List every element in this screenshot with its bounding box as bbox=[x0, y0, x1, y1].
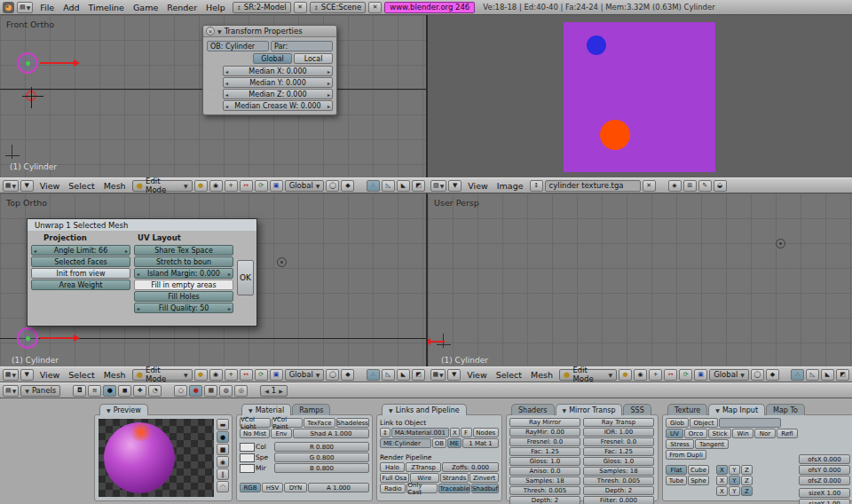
material-subcontext-button[interactable]: ● bbox=[189, 385, 202, 397]
proportional-edit-dropdown[interactable]: ◯ bbox=[326, 180, 339, 192]
map-input-tab[interactable]: ▼ Map Input bbox=[708, 404, 765, 415]
r-slider[interactable]: R 0.800 bbox=[274, 442, 369, 452]
ray-transp-control[interactable]: Depth: 2 bbox=[583, 486, 654, 495]
zoffs-slider[interactable]: Zoffs: 0.000 bbox=[442, 462, 499, 472]
editor-type-button[interactable]: ▦▼ bbox=[430, 369, 446, 381]
manipulator-scale-button[interactable]: ▣ bbox=[694, 369, 707, 381]
face-select-button[interactable]: ◣ bbox=[397, 180, 410, 192]
viewport-front[interactable]: Front Ortho (1) Cylinder ✕ ▼ Transform P… bbox=[0, 15, 428, 177]
menu-item[interactable]: Game bbox=[129, 3, 162, 12]
world-subcontext-button[interactable]: ◎ bbox=[234, 385, 248, 397]
image-name-field[interactable]: cylinder texture.tga bbox=[545, 180, 641, 192]
links-pipeline-tab[interactable]: ▼ Links and Pipeline bbox=[382, 404, 467, 415]
menu-collapse-button[interactable]: ▼ bbox=[20, 369, 34, 381]
object-toggle[interactable]: Object bbox=[690, 418, 718, 428]
sss-tab[interactable]: SSS bbox=[623, 404, 651, 415]
header-menu-item[interactable]: View bbox=[463, 181, 493, 191]
header-menu-item[interactable]: View bbox=[462, 370, 492, 380]
snap-toggle-button[interactable]: ◆ bbox=[341, 180, 354, 192]
pack-icon[interactable]: ⊞ bbox=[683, 180, 697, 192]
cube-toggle[interactable]: Cube bbox=[688, 465, 709, 475]
lamp-subcontext-button[interactable]: ○ bbox=[174, 385, 187, 397]
screen-selector[interactable]: ↕ SR:2-Model bbox=[233, 2, 291, 13]
local-toggle[interactable]: Local bbox=[294, 53, 333, 64]
manipulator-x-arrow[interactable] bbox=[40, 62, 74, 64]
pipeline-toggle[interactable]: Strands bbox=[440, 473, 469, 483]
ztransp-toggle[interactable]: ZTransp bbox=[406, 462, 441, 472]
map-x-row1-toggle[interactable]: X bbox=[716, 465, 728, 475]
header-menu-item[interactable]: Select bbox=[64, 370, 99, 380]
map-x-row2-toggle[interactable]: X bbox=[716, 476, 728, 485]
nor-toggle[interactable]: Nor bbox=[754, 429, 776, 438]
collapse-icon[interactable]: ▼ bbox=[217, 28, 222, 35]
manipulator-translate-button[interactable]: ↔ bbox=[240, 369, 253, 381]
area-weight-button[interactable]: Area Weight bbox=[31, 280, 130, 290]
env-toggle[interactable]: Env bbox=[271, 429, 292, 438]
edge-select-button[interactable]: ◺ bbox=[806, 369, 819, 381]
orientation-dropdown[interactable]: Global ▼ bbox=[285, 369, 325, 381]
material-fake-user-button[interactable]: F bbox=[461, 428, 472, 437]
offset-slider[interactable]: ofsZ 0.000 bbox=[799, 476, 850, 485]
object-name-field[interactable]: OB: Cylinder bbox=[207, 41, 269, 51]
spe-swatch[interactable] bbox=[240, 453, 255, 462]
menu-item[interactable]: Help bbox=[201, 3, 230, 12]
from-dupli-toggle[interactable]: From Dupli bbox=[666, 450, 706, 460]
mirror-transp-tab[interactable]: ▼ Mirror Transp bbox=[556, 404, 623, 415]
ray-transp-control[interactable]: Thresh: 0.005 bbox=[583, 476, 654, 485]
ray-mirror-control[interactable]: Depth: 2 bbox=[509, 496, 580, 504]
ray-mirror-control[interactable]: Aniso: 0.0 bbox=[509, 467, 580, 476]
proportional-edit-dropdown[interactable]: ◯ bbox=[751, 369, 764, 381]
share-tex-space-button[interactable]: Share Tex Space bbox=[134, 245, 233, 256]
shading-context-button[interactable]: ● bbox=[103, 385, 116, 397]
pivot-dropdown[interactable]: ◉ bbox=[209, 369, 223, 381]
pin-icon[interactable]: ◈ bbox=[668, 180, 682, 192]
only-cast-toggle[interactable]: Only Cast bbox=[406, 484, 438, 493]
scene-delete-button[interactable]: ✕ bbox=[368, 2, 382, 13]
snap-toggle-button[interactable]: ◆ bbox=[766, 369, 779, 381]
material-toggle[interactable]: Shadeless bbox=[336, 418, 369, 428]
rgb-button[interactable]: RGB bbox=[240, 483, 261, 492]
dyn-button[interactable]: DYN bbox=[284, 483, 307, 492]
script-context-button[interactable]: ≡ bbox=[88, 385, 101, 397]
material-toggle[interactable]: VCol Paint bbox=[272, 418, 303, 428]
ob-button[interactable]: OB bbox=[432, 438, 446, 448]
map-z-row3-toggle[interactable]: Z bbox=[741, 486, 753, 496]
texture-tab[interactable]: Texture bbox=[667, 404, 707, 415]
ray-transp-control[interactable]: Fresnel: 0.0 bbox=[583, 437, 654, 446]
menu-collapse-button[interactable]: ▼ bbox=[448, 180, 462, 192]
manipulator-x-arrow[interactable] bbox=[430, 341, 445, 343]
close-icon[interactable]: ✕ bbox=[206, 27, 215, 35]
g-slider[interactable]: G 0.800 bbox=[274, 453, 369, 462]
ray-transp-control[interactable]: Fac: 1.25 bbox=[583, 447, 654, 456]
menu-item[interactable]: Timeline bbox=[84, 3, 129, 12]
window-type-button[interactable]: ▤▼ bbox=[17, 2, 33, 13]
header-menu-item[interactable]: View bbox=[36, 181, 65, 191]
manipulator-toggle-button[interactable]: + bbox=[649, 369, 662, 381]
preview-cube-button[interactable]: ■ bbox=[217, 444, 229, 455]
frame-number-field[interactable]: ◀ 1 ▶ bbox=[260, 385, 288, 397]
parent-field[interactable]: Par: bbox=[271, 41, 333, 51]
global-toggle[interactable]: Global bbox=[253, 53, 292, 64]
spe-label[interactable]: Spe bbox=[256, 453, 273, 461]
cylinder-mesh-top[interactable] bbox=[17, 327, 38, 349]
glob-toggle[interactable]: Glob bbox=[666, 418, 689, 428]
median-slider[interactable]: Median X: 0.000 bbox=[223, 66, 333, 76]
alpha-slider[interactable]: A 1.000 bbox=[308, 483, 369, 492]
size-slider[interactable]: sizeY 1.00 bbox=[799, 499, 850, 504]
editor-type-button[interactable]: ▨▼ bbox=[430, 180, 446, 192]
map-z-row2-toggle[interactable]: Z bbox=[741, 476, 753, 485]
header-menu-item[interactable]: View bbox=[36, 370, 65, 380]
header-menu-item[interactable]: Mesh bbox=[99, 181, 130, 191]
manipulator-rotate-button[interactable]: ⟳ bbox=[255, 180, 268, 192]
mir-label[interactable]: Mir bbox=[256, 464, 273, 472]
orientation-dropdown[interactable]: Global ▼ bbox=[709, 369, 749, 381]
scene-context-button[interactable]: ◔ bbox=[148, 385, 162, 397]
uv-image-editor[interactable] bbox=[428, 15, 852, 177]
material-browse-button[interactable]: ↕ bbox=[380, 428, 390, 437]
occlude-geometry-button[interactable]: ◩ bbox=[836, 369, 849, 381]
halo-toggle[interactable]: Halo bbox=[380, 462, 405, 472]
paint-brush-icon[interactable]: ✎ bbox=[698, 180, 712, 192]
texture-subcontext-button[interactable]: ▦ bbox=[204, 385, 217, 397]
mode-dropdown[interactable]: ● Edit Mode ▼ bbox=[132, 180, 193, 192]
draw-type-dropdown[interactable]: ● bbox=[194, 180, 208, 192]
